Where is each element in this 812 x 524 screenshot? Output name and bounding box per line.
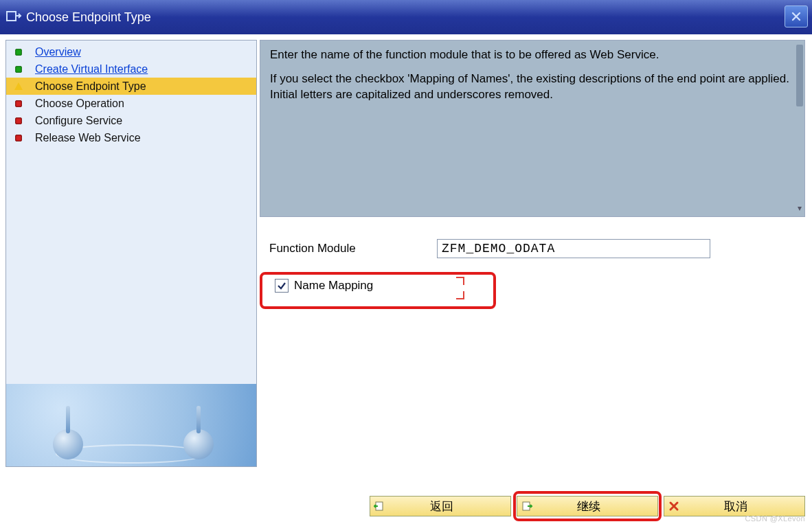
scrollbar-down-icon[interactable]: ▾ — [796, 203, 803, 212]
wizard-sidebar: Overview Create Virtual Interface Choose… — [5, 40, 257, 467]
form-area: Function Module — [260, 239, 805, 265]
focus-corner-icon — [456, 291, 464, 299]
watermark-text: CSDN @XLevon — [745, 514, 806, 523]
status-red-icon — [13, 133, 24, 144]
status-red-icon — [13, 115, 24, 126]
cancel-button[interactable]: 取消 — [664, 496, 805, 516]
continue-button-label: 继续 — [537, 499, 657, 514]
checkmark-icon — [277, 281, 286, 291]
close-icon — [791, 11, 802, 22]
function-module-label: Function Module — [269, 242, 437, 255]
back-button-label: 返回 — [390, 499, 510, 514]
step-label: Choose Endpoint Type — [35, 80, 146, 93]
close-button[interactable] — [785, 5, 808, 27]
status-green-icon — [13, 64, 24, 75]
focus-corner-icon — [456, 277, 464, 285]
main-panel: Enter the name of the function module th… — [257, 40, 805, 467]
wizard-steps-list: Overview Create Virtual Interface Choose… — [6, 41, 256, 146]
function-module-row: Function Module — [269, 239, 805, 258]
body: Overview Create Virtual Interface Choose… — [0, 34, 812, 524]
step-label: Overview — [35, 46, 81, 58]
name-mapping-row: Name Mapping — [275, 279, 373, 293]
step-label: Release Web Service — [35, 132, 141, 144]
step-create-virtual-interface[interactable]: Create Virtual Interface — [6, 60, 256, 78]
wizard-window: Choose Endpoint Type Overview Create Vir… — [0, 0, 812, 524]
continue-icon — [517, 500, 537, 512]
scrollbar-thumb[interactable] — [796, 45, 803, 106]
decorative-water-image — [6, 384, 256, 466]
function-module-input[interactable] — [437, 239, 710, 258]
step-label: Choose Operation — [35, 98, 124, 110]
button-bar: 返回 继续 取消 — [0, 494, 805, 519]
name-mapping-checkbox[interactable] — [275, 279, 289, 293]
svg-rect-0 — [7, 12, 16, 21]
back-icon — [370, 500, 390, 512]
description-line-2: If you select the checkbox 'Mapping of N… — [270, 71, 795, 103]
cancel-button-label: 取消 — [684, 499, 804, 514]
status-green-icon — [13, 47, 24, 58]
step-release-web-service[interactable]: Release Web Service — [6, 129, 256, 146]
wizard-icon — [5, 10, 22, 25]
titlebar: Choose Endpoint Type — [0, 0, 812, 34]
window-title: Choose Endpoint Type — [26, 10, 151, 25]
status-red-icon — [13, 98, 24, 109]
continue-button-wrap: 继续 — [517, 496, 658, 516]
description-line-1: Enter the name of the function module th… — [270, 47, 795, 63]
cancel-icon — [664, 501, 684, 512]
continue-button[interactable]: 继续 — [517, 496, 658, 516]
step-label: Configure Service — [35, 115, 122, 127]
step-label: Create Virtual Interface — [35, 63, 148, 76]
step-choose-operation[interactable]: Choose Operation — [6, 95, 256, 112]
step-overview[interactable]: Overview — [6, 43, 256, 60]
step-configure-service[interactable]: Configure Service — [6, 112, 256, 129]
name-mapping-label: Name Mapping — [294, 279, 373, 293]
description-box: Enter the name of the function module th… — [260, 40, 805, 217]
back-button[interactable]: 返回 — [370, 496, 511, 516]
step-choose-endpoint-type[interactable]: Choose Endpoint Type — [6, 78, 256, 95]
content: Overview Create Virtual Interface Choose… — [5, 40, 805, 467]
status-warning-icon — [13, 81, 24, 92]
